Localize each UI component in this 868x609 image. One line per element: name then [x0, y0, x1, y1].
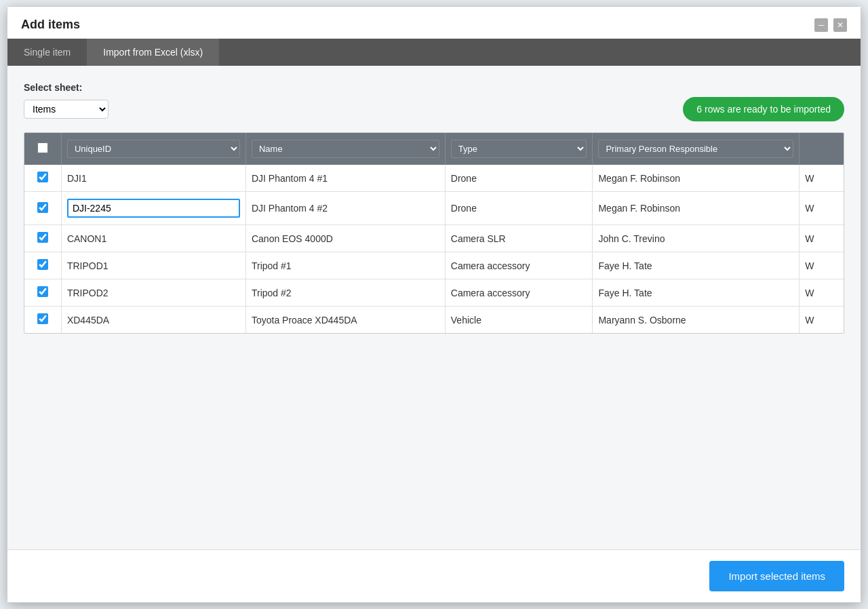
row-3-name-cell: Tripod #1 — [245, 252, 445, 279]
row-4-checkbox[interactable] — [37, 286, 48, 297]
row-5-type-cell: Vehicle — [445, 307, 593, 334]
row-0-unique-id-cell: DJI1 — [61, 165, 245, 192]
select-all-checkbox[interactable] — [37, 142, 48, 153]
type-column-select[interactable]: Type UniqueID Name — [451, 140, 587, 158]
row-0-extra-cell: W — [800, 165, 844, 192]
table-row: TRIPOD1Tripod #1Camera accessoryFaye H. … — [24, 252, 844, 279]
row-4-unique-id-cell: TRIPOD2 — [61, 279, 245, 307]
th-extra — [800, 133, 844, 165]
row-1-extra-cell: W — [800, 192, 844, 225]
sheet-select[interactable]: Items Equipment Vehicles — [24, 100, 108, 119]
items-table-wrapper: UniqueID Name Type Name UniqueID Type — [24, 132, 844, 334]
tab-import-excel[interactable]: Import from Excel (xlsx) — [87, 39, 219, 66]
row-1-person-cell: Megan F. Robinson — [593, 192, 800, 225]
close-button[interactable]: ✕ — [833, 18, 847, 32]
tab-bar: Single item Import from Excel (xlsx) — [7, 39, 861, 66]
table-row: CANON1Canon EOS 4000DCamera SLRJohn C. T… — [24, 225, 844, 252]
row-3-person-cell: Faye H. Tate — [593, 252, 800, 279]
row-5-unique-id-cell: XD445DA — [61, 307, 245, 334]
row-3-checkbox[interactable] — [37, 259, 48, 270]
row-0-name-cell: DJI Phantom 4 #1 — [245, 165, 445, 192]
row-4-name-cell: Tripod #2 — [245, 279, 445, 307]
table-body: DJI1DJI Phantom 4 #1DroneMegan F. Robins… — [24, 165, 844, 333]
unique-id-column-select[interactable]: UniqueID Name Type — [67, 140, 240, 158]
th-check — [24, 133, 61, 165]
person-column-select[interactable]: Primary Person Responsible UniqueID Name — [598, 140, 793, 158]
th-unique-id: UniqueID Name Type — [61, 133, 245, 165]
select-sheet-label: Select sheet: — [24, 82, 844, 93]
row-4-type-cell: Camera accessory — [445, 279, 593, 307]
row-5-extra-cell: W — [800, 307, 844, 334]
dialog-footer: Import selected items — [7, 549, 861, 602]
dialog-controls: ─ ✕ — [814, 18, 847, 32]
row-checkbox-cell — [24, 192, 61, 225]
row-1-name-cell: DJI Phantom 4 #2 — [245, 192, 445, 225]
row-checkbox-cell — [24, 165, 61, 192]
th-type: Type UniqueID Name — [445, 133, 593, 165]
name-column-select[interactable]: Name UniqueID Type — [252, 140, 439, 158]
th-person: Primary Person Responsible UniqueID Name — [593, 133, 800, 165]
row-2-name-cell: Canon EOS 4000D — [245, 225, 445, 252]
row-1-unique-id-cell — [61, 192, 245, 225]
table-row: DJI1DJI Phantom 4 #1DroneMegan F. Robins… — [24, 165, 844, 192]
row-checkbox-cell — [24, 307, 61, 334]
table-row: DJI Phantom 4 #2DroneMegan F. RobinsonW — [24, 192, 844, 225]
import-selected-button[interactable]: Import selected items — [709, 561, 844, 591]
row-3-unique-id-cell: TRIPOD1 — [61, 252, 245, 279]
row-0-checkbox[interactable] — [37, 172, 48, 182]
table-row: XD445DAToyota Proace XD445DAVehicleMarya… — [24, 307, 844, 334]
row-1-unique-id-input[interactable] — [67, 199, 240, 218]
table-header-row: UniqueID Name Type Name UniqueID Type — [24, 133, 844, 165]
dialog-titlebar: Add items ─ ✕ — [7, 7, 861, 39]
row-1-checkbox[interactable] — [37, 202, 48, 213]
tab-single-item[interactable]: Single item — [7, 39, 87, 66]
minimize-button[interactable]: ─ — [814, 18, 828, 32]
dialog-title: Add items — [21, 18, 80, 32]
row-checkbox-cell — [24, 252, 61, 279]
table-row: TRIPOD2Tripod #2Camera accessoryFaye H. … — [24, 279, 844, 307]
row-checkbox-cell — [24, 279, 61, 307]
row-2-person-cell: John C. Trevino — [593, 225, 800, 252]
th-name: Name UniqueID Type — [245, 133, 445, 165]
ready-badge: 6 rows are ready to be imported — [683, 97, 844, 121]
row-1-type-cell: Drone — [445, 192, 593, 225]
row-0-type-cell: Drone — [445, 165, 593, 192]
row-2-extra-cell: W — [800, 225, 844, 252]
row-5-checkbox[interactable] — [37, 313, 48, 324]
row-4-extra-cell: W — [800, 279, 844, 307]
row-checkbox-cell — [24, 225, 61, 252]
row-3-type-cell: Camera accessory — [445, 252, 593, 279]
row-3-extra-cell: W — [800, 252, 844, 279]
row-5-name-cell: Toyota Proace XD445DA — [245, 307, 445, 334]
row-4-person-cell: Faye H. Tate — [593, 279, 800, 307]
add-items-dialog: Add items ─ ✕ Single item Import from Ex… — [7, 6, 861, 603]
row-2-unique-id-cell: CANON1 — [61, 225, 245, 252]
dialog-body: Select sheet: Items Equipment Vehicles 6… — [7, 66, 861, 602]
row-0-person-cell: Megan F. Robinson — [593, 165, 800, 192]
items-table: UniqueID Name Type Name UniqueID Type — [24, 133, 844, 333]
row-2-checkbox[interactable] — [37, 232, 48, 243]
row-5-person-cell: Maryann S. Osborne — [593, 307, 800, 334]
select-row: Items Equipment Vehicles 6 rows are read… — [24, 97, 844, 121]
row-2-type-cell: Camera SLR — [445, 225, 593, 252]
